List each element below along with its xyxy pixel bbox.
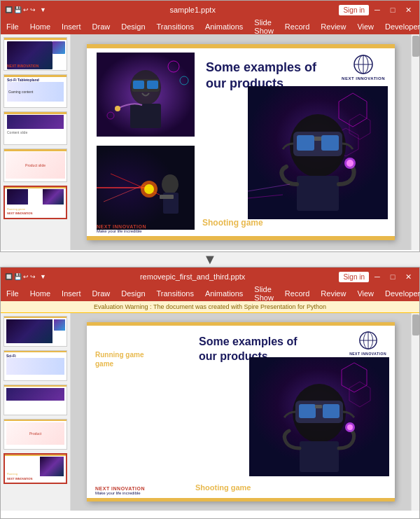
slide-thumb-2-4[interactable]: Product <box>4 419 67 450</box>
menu-design-1[interactable]: Design <box>115 21 150 32</box>
menu-review-2[interactable]: Review <box>315 288 351 299</box>
canvas-area-1: Running game <box>71 34 411 250</box>
title-bar-left-1: 🔲 💾 ↩ ↪ ▼ <box>5 6 46 13</box>
slide-thumb-2-3[interactable] <box>4 385 67 415</box>
menu-slideshow-2[interactable]: Slide Show <box>248 284 279 303</box>
slide-item-2[interactable]: 2 Sci-Fi Tabletopland Gaming content <box>4 74 67 108</box>
vr-main-svg-2 <box>249 357 389 476</box>
slide-thumb-2-2[interactable]: Sci-Fi <box>4 350 67 381</box>
menu-design-2[interactable]: Design <box>115 288 150 299</box>
menu-dev-1[interactable]: Developer <box>379 21 420 32</box>
win2-controls: Sign in ─ □ ✕ <box>339 270 415 284</box>
menu-insert-1[interactable]: Insert <box>56 21 87 32</box>
menu-animations-1[interactable]: Animations <box>200 21 248 32</box>
menu-file-2[interactable]: File <box>1 288 24 299</box>
slide-brand-bottom-1: NEXT INNOVATION Make your life incredibl… <box>97 224 146 233</box>
svg-rect-18 <box>160 195 174 199</box>
menu-draw-1[interactable]: Draw <box>87 21 116 32</box>
win1-close[interactable]: ✕ <box>401 3 415 17</box>
slide-panel-1: 1 NEXT INNOVATION 2 Sci-Fi Tabletopland <box>1 34 71 250</box>
svg-rect-5 <box>130 104 161 128</box>
arrow-connector: ▼ <box>0 252 420 267</box>
win1-minimize[interactable]: ─ <box>370 3 384 17</box>
scrollbar-1[interactable] <box>411 34 419 250</box>
slide-item-2-4[interactable]: 4 Product <box>4 419 67 450</box>
menu-dev-2[interactable]: Developer <box>379 288 420 299</box>
slide-item-2-1[interactable]: 1 <box>4 316 67 347</box>
scrollbar-thumb-1[interactable] <box>412 36 419 57</box>
scrollbar-thumb-2[interactable] <box>412 314 419 335</box>
vr-gaming-img-1 <box>97 53 195 137</box>
slide-item-2-5[interactable]: 5 NEXT INNOVATION Running <box>4 453 67 484</box>
slide-yellow-bottom <box>87 236 395 240</box>
window2: 🔲 💾 ↩ ↪ ▼ removepic_first_and_third.pptx… <box>0 267 420 519</box>
svg-point-51 <box>347 424 353 430</box>
win2-close[interactable]: ✕ <box>401 270 415 284</box>
slide-item-1[interactable]: 1 NEXT INNOVATION <box>4 37 67 71</box>
svg-point-15 <box>144 184 154 194</box>
slide-item-4[interactable]: 4 Product slide <box>4 148 67 182</box>
window1: 🔲 💾 ↩ ↪ ▼ sample1.pptx Sign in ─ □ ✕ Fil… <box>0 0 420 252</box>
svg-rect-32 <box>297 176 339 211</box>
menu-record-2[interactable]: Record <box>279 288 315 299</box>
down-arrow-icon: ▼ <box>203 251 217 268</box>
shooting-game-img-1 <box>97 146 195 230</box>
slide-canvas-1: Running game <box>87 44 395 240</box>
win2-minimize[interactable]: ─ <box>370 270 384 284</box>
slide-item-5[interactable]: 5 NEXT INNOVATION Running game <box>4 186 67 219</box>
menu-slideshow-1[interactable]: Slide Show <box>248 17 279 36</box>
brand-logo-2: NEXT INNOVATION <box>349 331 386 356</box>
svg-rect-49 <box>300 441 339 472</box>
scrollbar-2[interactable] <box>411 313 419 511</box>
slide-yellow-top <box>87 44 395 48</box>
slide-yellow-bottom-2 <box>87 498 395 501</box>
menu-home-1[interactable]: Home <box>24 21 56 32</box>
slide-thumb-2[interactable]: Sci-Fi Tabletopland Gaming content <box>4 74 67 108</box>
running-game-label-2: Running game game <box>95 350 144 368</box>
menu-record-1[interactable]: Record <box>279 21 315 32</box>
menu-review-1[interactable]: Review <box>315 21 351 32</box>
shooting-game-label-1: Shooting game <box>202 218 263 228</box>
menu-view-2[interactable]: View <box>351 288 379 299</box>
title-bar-2: 🔲 💾 ↩ ↪ ▼ removepic_first_and_third.pptx… <box>1 268 419 286</box>
svg-rect-29 <box>297 135 314 151</box>
vr-main-img-2 <box>249 357 389 476</box>
menu-file-1[interactable]: File <box>1 21 24 32</box>
window2-title: removepic_first_and_third.pptx <box>46 272 340 281</box>
window1-title: sample1.pptx <box>46 6 340 14</box>
slide-yellow-top-2 <box>87 322 395 326</box>
svg-rect-3 <box>133 81 144 89</box>
win1-maximize[interactable]: □ <box>386 3 400 17</box>
svg-rect-47 <box>323 404 340 418</box>
signin-btn-1[interactable]: Sign in <box>339 5 369 15</box>
menu-view-1[interactable]: View <box>351 21 379 32</box>
canvas-area-2: Running game game Some examples of our p… <box>71 313 411 511</box>
slide-thumb-4[interactable]: Product slide <box>4 148 67 182</box>
app-content-1: 1 NEXT INNOVATION 2 Sci-Fi Tabletopland <box>1 34 419 250</box>
title-bar-left-2: 🔲 💾 ↩ ↪ ▼ <box>5 273 46 280</box>
svg-point-34 <box>346 160 354 167</box>
shooting-svg <box>97 146 195 230</box>
slide-item-2-3[interactable]: 3 <box>4 385 67 415</box>
slide-thumb-2-5-active[interactable]: NEXT INNOVATION Running <box>4 453 67 484</box>
signin-btn-2[interactable]: Sign in <box>339 272 369 282</box>
slide-thumb-3[interactable]: Content slide <box>4 111 67 145</box>
app-content-2: 1 2 Sci-Fi <box>1 313 419 511</box>
slide-thumb-1[interactable]: NEXT INNOVATION <box>4 37 67 71</box>
menu-home-2[interactable]: Home <box>24 288 56 299</box>
slide-item-3[interactable]: 3 Content slide <box>4 111 67 145</box>
menu-draw-2[interactable]: Draw <box>87 288 116 299</box>
main-wrapper: 🔲 💾 ↩ ↪ ▼ sample1.pptx Sign in ─ □ ✕ Fil… <box>0 0 420 519</box>
slide-item-2-2[interactable]: 2 Sci-Fi <box>4 350 67 381</box>
menu-animations-2[interactable]: Animations <box>200 288 248 299</box>
menu-transitions-2[interactable]: Transitions <box>151 288 200 299</box>
menu-insert-2[interactable]: Insert <box>56 288 87 299</box>
svg-rect-4 <box>147 81 158 89</box>
win2-maximize[interactable]: □ <box>386 270 400 284</box>
win1-controls: Sign in ─ □ ✕ <box>339 3 415 17</box>
menu-transitions-1[interactable]: Transitions <box>151 21 200 32</box>
slide-panel-2: 1 2 Sci-Fi <box>1 313 71 511</box>
title-bar-1: 🔲 💾 ↩ ↪ ▼ sample1.pptx Sign in ─ □ ✕ <box>1 1 419 19</box>
slide-thumb-2-1[interactable] <box>4 316 67 347</box>
slide-thumb-5-active[interactable]: NEXT INNOVATION Running game <box>4 186 67 219</box>
